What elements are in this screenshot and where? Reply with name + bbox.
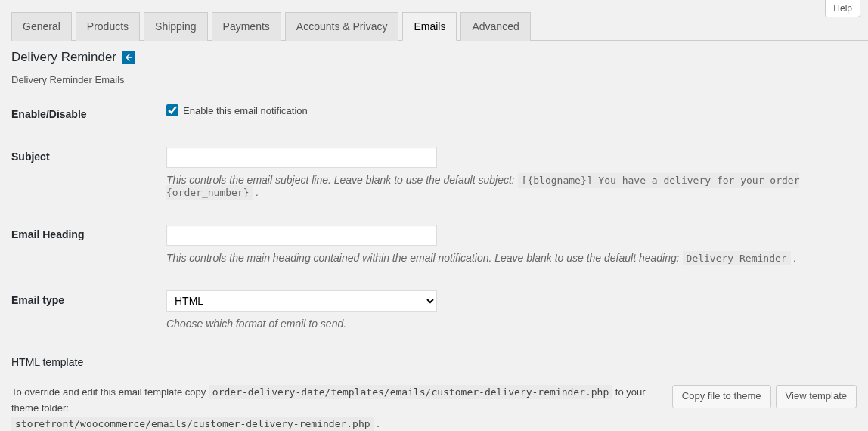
copy-file-button[interactable]: Copy file to theme (672, 385, 771, 408)
heading-description: This controls the main heading contained… (166, 252, 857, 264)
tab-emails[interactable]: Emails (402, 12, 457, 41)
subject-desc-prefix: This controls the email subject line. Le… (166, 174, 518, 186)
tab-accounts-privacy[interactable]: Accounts & Privacy (285, 12, 399, 41)
page-subtitle: Delivery Reminder Emails (11, 74, 857, 85)
tab-general[interactable]: General (11, 12, 72, 41)
template-text-1: To override and edit this email template… (11, 386, 209, 398)
subject-input[interactable] (166, 147, 437, 168)
html-template-title: HTML template (11, 356, 857, 368)
tab-shipping[interactable]: Shipping (144, 12, 208, 41)
tab-products[interactable]: Products (76, 12, 140, 41)
view-template-button[interactable]: View template (776, 385, 857, 408)
row-email-type: Email type HTML Choose which format of e… (11, 290, 857, 330)
heading-desc-prefix: This controls the main heading contained… (166, 252, 683, 264)
heading-desc-code: Delivery Reminder (683, 251, 791, 265)
subject-description: This controls the email subject line. Le… (166, 174, 857, 198)
label-heading: Email Heading (11, 225, 166, 240)
heading-input[interactable] (166, 225, 437, 246)
row-enable: Enable/Disable Enable this email notific… (11, 104, 857, 120)
row-heading: Email Heading This controls the main hea… (11, 225, 857, 264)
page-title-text: Delivery Reminder (11, 50, 116, 65)
enable-checkbox-text: Enable this email notification (183, 105, 308, 116)
page-title: Delivery Reminder (11, 50, 857, 65)
template-code-1: order-delivery-date/templates/emails/cus… (209, 385, 612, 399)
help-tab[interactable]: Help (825, 0, 860, 17)
enable-checkbox[interactable] (166, 104, 178, 116)
template-buttons: Copy file to theme View template (672, 385, 857, 408)
template-text-3: . (374, 418, 380, 429)
row-subject: Subject This controls the email subject … (11, 147, 857, 198)
email-type-description: Choose which format of email to send. (166, 318, 857, 330)
label-subject: Subject (11, 147, 166, 163)
tab-payments[interactable]: Payments (212, 12, 281, 41)
enable-checkbox-label[interactable]: Enable this email notification (166, 104, 857, 116)
nav-tabs: General Products Shipping Payments Accou… (11, 11, 868, 41)
subject-desc-suffix: . (253, 186, 259, 198)
email-type-select[interactable]: HTML (166, 290, 437, 312)
template-code-2: storefront/woocommerce/emails/customer-d… (11, 417, 374, 431)
tab-advanced[interactable]: Advanced (460, 12, 530, 41)
back-icon[interactable] (122, 51, 135, 64)
settings-form: Enable/Disable Enable this email notific… (11, 104, 857, 431)
template-row: To override and edit this email template… (11, 385, 857, 431)
heading-desc-suffix: . (791, 252, 797, 264)
label-email-type: Email type (11, 290, 166, 306)
template-text: To override and edit this email template… (11, 385, 657, 431)
label-enable: Enable/Disable (11, 104, 166, 120)
content-area: Delivery Reminder Delivery Reminder Emai… (0, 41, 868, 431)
